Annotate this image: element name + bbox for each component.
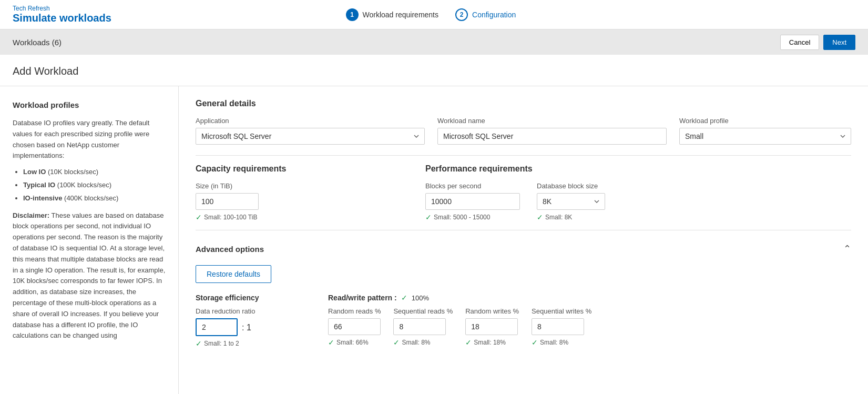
random-writes-hint: ✓ Small: 18% (465, 338, 519, 347)
blocks-hint-icon: ✓ (425, 213, 432, 221)
step-1[interactable]: 1 Workload requirements (346, 8, 438, 21)
step-1-circle: 1 (346, 8, 359, 21)
advanced-options-section: Advanced options ⌃ Restore defaults Stor… (196, 239, 851, 348)
ratio-input-row: : 1 (196, 318, 311, 336)
sidebar-bullet-low-io: Low IO (10K blocks/sec) (23, 167, 166, 178)
read-write-check-icon: ✓ (401, 294, 407, 302)
blocks-per-second-input[interactable] (425, 193, 520, 210)
db-block-size-select[interactable]: 8K 4K 16K 32K 64K (537, 193, 605, 210)
data-reduction-hint-text: Small: 1 to 2 (204, 340, 239, 347)
application-group: Application Microsoft SQL Server Oracle … (196, 117, 425, 145)
data-reduction-ratio-group: Data reduction ratio : 1 ✓ Small: 1 to 2 (196, 307, 311, 348)
divider-1 (196, 155, 851, 156)
data-reduction-ratio-label: Data reduction ratio (196, 307, 311, 315)
size-group: Size (in TiB) ✓ Small: 100-100 TiB (196, 182, 409, 221)
db-block-size-hint-text: Small: 8K (545, 214, 572, 221)
sidebar-heading: Workload profiles (13, 99, 166, 112)
sequential-writes-hint-icon: ✓ (532, 338, 538, 347)
db-block-size-group: Database block size 8K 4K 16K 32K 64K ✓ (537, 182, 605, 221)
read-write-fields: Random reads % ✓ Small: 66% Sequential r… (328, 307, 851, 347)
step-2-label: Configuration (472, 11, 516, 19)
workloads-bar: Workloads (6) Cancel Next (0, 29, 868, 55)
sequential-writes-hint-text: Small: 8% (540, 339, 568, 346)
next-button[interactable]: Next (823, 35, 855, 50)
sequential-writes-hint: ✓ Small: 8% (532, 338, 591, 347)
add-workload-header: Add Workload (0, 55, 868, 86)
data-reduction-hint-icon: ✓ (196, 339, 202, 348)
disclaimer-text: These values are based on database block… (13, 211, 165, 340)
bullet-typical-io-detail: (100K blocks/sec) (57, 181, 111, 189)
step-2[interactable]: 2 Configuration (455, 8, 516, 21)
workloads-bar-actions: Cancel Next (780, 35, 855, 50)
disclaimer-label: Disclaimer: (13, 211, 49, 219)
db-block-size-label: Database block size (537, 182, 605, 190)
size-hint: ✓ Small: 100-100 TiB (196, 213, 409, 221)
read-write-header: Read/write pattern : ✓ 100% (328, 294, 851, 302)
step-1-label: Workload requirements (363, 11, 438, 19)
random-writes-hint-text: Small: 18% (474, 339, 506, 346)
random-reads-hint-text: Small: 66% (336, 339, 369, 346)
form-layout: Workload profiles Database IO profiles v… (0, 86, 868, 394)
bullet-typical-io-label: Typical IO (23, 181, 55, 189)
sequential-writes-label: Sequential writes % (532, 307, 591, 315)
app-header: Tech Refresh Simulate workloads 1 Worklo… (0, 0, 868, 29)
bullet-low-io-label: Low IO (23, 168, 46, 176)
add-workload-title: Add Workload (13, 65, 855, 77)
data-reduction-ratio-input[interactable] (196, 318, 238, 336)
step-2-circle: 2 (455, 8, 468, 21)
cancel-button[interactable]: Cancel (780, 35, 819, 50)
sequential-reads-hint-text: Small: 8% (402, 339, 430, 346)
bullet-low-io-detail: (10K blocks/sec) (48, 168, 98, 176)
bullet-io-intensive-detail: (400K blocks/sec) (64, 194, 118, 202)
random-writes-group: Random writes % ✓ Small: 18% (465, 307, 519, 347)
advanced-fields-row: Storage efficiency Data reduction ratio … (196, 294, 851, 348)
storage-efficiency-title: Storage efficiency (196, 294, 311, 302)
performance-requirements-title: Performance requirements (425, 164, 851, 174)
sidebar-intro: Database IO profiles vary greatly. The d… (13, 118, 166, 161)
sidebar-bullets: Low IO (10K blocks/sec) Typical IO (100K… (23, 167, 166, 204)
sequential-reads-input[interactable] (393, 318, 446, 335)
random-reads-group: Random reads % ✓ Small: 66% (328, 307, 381, 347)
random-writes-input[interactable] (465, 318, 518, 335)
sidebar-disclaimer: Disclaimer: These values are based on da… (13, 210, 166, 342)
general-details-row: Application Microsoft SQL Server Oracle … (196, 117, 851, 145)
performance-fields-row: Blocks per second ✓ Small: 5000 - 15000 … (425, 182, 851, 221)
application-label: Application (196, 117, 425, 125)
data-reduction-hint: ✓ Small: 1 to 2 (196, 339, 311, 348)
size-hint-icon: ✓ (196, 213, 202, 221)
performance-requirements-group: Performance requirements Blocks per seco… (425, 164, 851, 221)
size-input[interactable] (196, 193, 259, 210)
general-details-section: General details Application Microsoft SQ… (196, 99, 851, 145)
workload-profile-select[interactable]: Small Medium Large Custom (679, 128, 851, 145)
sequential-reads-hint-icon: ✓ (393, 338, 400, 347)
brand-label: Tech Refresh (13, 5, 111, 12)
db-block-size-hint: ✓ Small: 8K (537, 213, 605, 221)
workloads-count-label: Workloads (6) (13, 38, 62, 47)
read-write-label: Read/write pattern : (328, 294, 397, 302)
workload-name-input[interactable] (437, 128, 667, 145)
sidebar-bullet-typical-io: Typical IO (100K blocks/sec) (23, 180, 166, 191)
sequential-writes-group: Sequential writes % ✓ Small: 8% (532, 307, 591, 347)
workload-profiles-sidebar: Workload profiles Database IO profiles v… (0, 86, 179, 394)
restore-defaults-button[interactable]: Restore defaults (196, 265, 271, 283)
workload-name-group: Workload name (437, 117, 667, 145)
header-brand-area: Tech Refresh Simulate workloads (13, 5, 111, 24)
random-writes-label: Random writes % (465, 307, 519, 315)
chevron-up-icon: ⌃ (843, 243, 851, 255)
sequential-writes-input[interactable] (532, 318, 584, 335)
capacity-requirements-group: Capacity requirements Size (in TiB) ✓ Sm… (196, 164, 409, 221)
bullet-io-intensive-label: IO-intensive (23, 194, 62, 202)
sequential-reads-label: Sequential reads % (393, 307, 453, 315)
ratio-colon: : 1 (242, 322, 251, 332)
size-label: Size (in TiB) (196, 182, 409, 190)
random-reads-hint-icon: ✓ (328, 338, 334, 347)
read-write-percent: 100% (412, 294, 429, 302)
capacity-performance-row: Capacity requirements Size (in TiB) ✓ Sm… (196, 164, 851, 221)
advanced-options-toggle[interactable]: Advanced options ⌃ (196, 239, 851, 259)
capacity-requirements-title: Capacity requirements (196, 164, 409, 174)
random-reads-hint: ✓ Small: 66% (328, 338, 381, 347)
random-reads-input[interactable] (328, 318, 381, 335)
blocks-per-second-group: Blocks per second ✓ Small: 5000 - 15000 (425, 182, 520, 221)
application-select[interactable]: Microsoft SQL Server Oracle SAP HANA Cus… (196, 128, 425, 145)
sidebar-bullet-io-intensive: IO-intensive (400K blocks/sec) (23, 193, 166, 204)
